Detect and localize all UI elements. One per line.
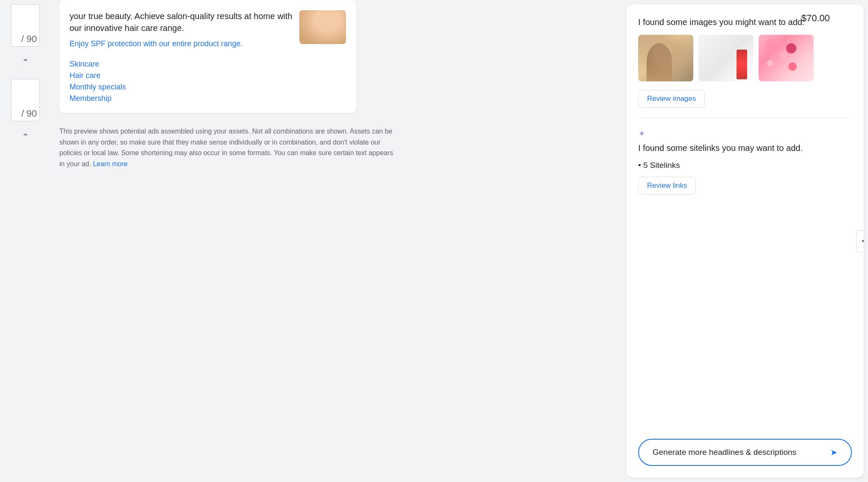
ad-top: your true beauty. Achieve salon-quality …: [70, 10, 346, 50]
sitelinks-count: 5 Sitelinks: [638, 161, 852, 170]
ad-main-text: your true beauty. Achieve salon-quality …: [70, 10, 293, 34]
bottle-shape: [737, 50, 747, 79]
collapse-panel-button[interactable]: <: [856, 230, 864, 252]
sparkle-icon: ✦: [638, 128, 852, 139]
counter-box-2: / 90: [11, 79, 40, 121]
chevron-btn-1[interactable]: ⌃: [11, 50, 40, 75]
ad-text-block: your true beauty. Achieve salon-quality …: [70, 10, 299, 50]
bubble: [788, 62, 797, 71]
counter-label-2: / 90: [21, 108, 37, 119]
price-label: $70.00: [801, 13, 830, 24]
chevron-btn-2[interactable]: ⌃: [11, 125, 40, 150]
bubble: [765, 39, 778, 52]
image-thumbnail-3[interactable]: [759, 35, 814, 81]
chevron-up-icon-2: ⌃: [22, 132, 29, 143]
nav-links: Skincare Hair care Monthly specials Memb…: [70, 56, 346, 103]
send-icon: ➤: [830, 447, 837, 457]
bubbles-decoration: [759, 35, 814, 81]
generate-headlines-button[interactable]: Generate more headlines & descriptions ➤: [638, 439, 852, 466]
learn-more-link[interactable]: Learn more: [93, 160, 128, 167]
person-silhouette: [647, 43, 672, 81]
ad-thumbnail-image: [299, 10, 346, 44]
ad-card: your true beauty. Achieve salon-quality …: [59, 0, 356, 113]
nav-link-skincare[interactable]: Skincare: [70, 60, 346, 69]
sidebar: / 90 ⌃ / 90 ⌃: [0, 0, 51, 482]
image-thumbnail-2[interactable]: [698, 35, 754, 81]
chevron-up-icon-1: ⌃: [22, 57, 29, 68]
review-images-button[interactable]: Review images: [638, 90, 705, 108]
generate-button-label: Generate more headlines & descriptions: [653, 448, 823, 457]
preview-area: your true beauty. Achieve salon-quality …: [51, 0, 626, 482]
ad-link-text: Enjoy SPF protection with our entire pro…: [70, 38, 293, 50]
generate-section: Generate more headlines & descriptions ➤: [638, 430, 852, 466]
nav-link-monthly[interactable]: Monthly specials: [70, 83, 346, 92]
counter-box-1: / 90: [11, 4, 40, 47]
images-row: [638, 35, 852, 81]
disclaimer-text: This preview shows potential ads assembl…: [59, 126, 399, 169]
nav-link-membership[interactable]: Membership: [70, 94, 346, 103]
bubble: [767, 60, 773, 66]
counter-label-1: / 90: [21, 33, 37, 45]
bubble: [786, 43, 796, 53]
sitelinks-section-title: I found some sitelinks you may want to a…: [638, 142, 852, 154]
divider: [638, 118, 852, 118]
review-links-button[interactable]: Review links: [638, 177, 696, 195]
image-thumbnail-1[interactable]: [638, 35, 693, 81]
ad-image-thumbnail: [299, 10, 346, 44]
bubble: [780, 52, 787, 59]
left-panel: / 90 ⌃ / 90 ⌃ your true beauty. Achieve …: [0, 0, 626, 482]
right-panel: $70.00 I found some images you might wan…: [626, 4, 864, 478]
chevron-left-icon: <: [862, 237, 864, 245]
nav-link-haircare[interactable]: Hair care: [70, 71, 346, 80]
